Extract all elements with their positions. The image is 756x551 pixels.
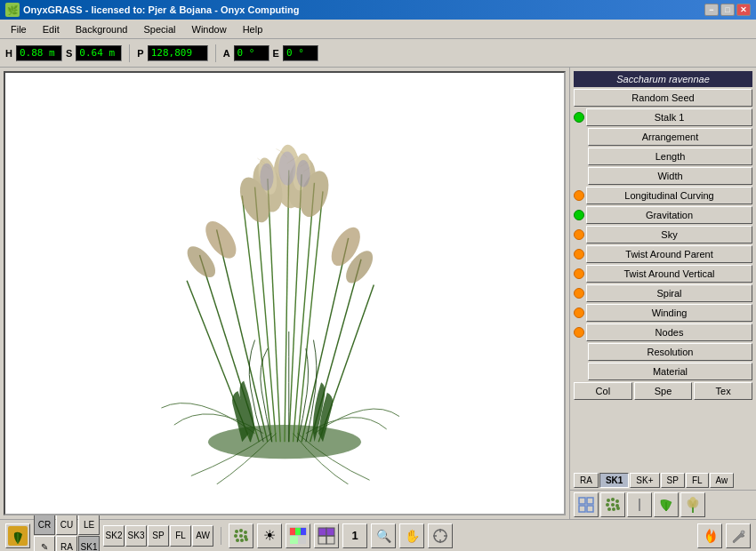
rtab-aw[interactable]: Aw: [710, 473, 735, 488]
fire-tool-button[interactable]: [697, 523, 722, 548]
twist-vertical-button[interactable]: Twist Around Vertical: [586, 265, 752, 283]
menu-help[interactable]: Help: [236, 22, 270, 36]
cr-button[interactable]: CR: [34, 514, 55, 535]
flower-icon-button[interactable]: [680, 492, 705, 517]
tex-button[interactable]: Tex: [694, 382, 752, 400]
spe-button[interactable]: Spe: [634, 382, 693, 400]
species-name: Saccharum ravennae: [574, 71, 752, 87]
s-input[interactable]: [76, 45, 122, 61]
rtab-skplus[interactable]: SK+: [630, 473, 659, 488]
h-input[interactable]: [16, 45, 62, 61]
resolution-button[interactable]: Resolution: [588, 343, 752, 361]
random-seed-button[interactable]: Random Seed: [574, 89, 752, 107]
svg-point-64: [239, 534, 243, 538]
menu-window[interactable]: Window: [185, 22, 234, 36]
longitudinal-curving-button[interactable]: Longitudinal Curving: [586, 187, 752, 204]
svg-point-84: [741, 531, 744, 534]
svg-point-61: [239, 529, 243, 532]
e-label: E: [273, 48, 279, 59]
sp-btn[interactable]: SP: [148, 525, 169, 547]
e-input[interactable]: [283, 45, 318, 61]
svg-point-60: [235, 530, 238, 533]
leaf-icon: [658, 497, 674, 513]
grid-icon-button[interactable]: [574, 492, 599, 517]
spiral-button[interactable]: Spiral: [586, 284, 752, 302]
bottom-toolbar: CR CU LE ✎ RA SK1 SK2 SK3 SP: [0, 519, 756, 551]
col-spe-tex-row: Col Spe Tex: [574, 382, 752, 400]
twist-parent-button[interactable]: Twist Around Parent: [586, 245, 752, 263]
target-button[interactable]: [428, 523, 453, 548]
nodes-button[interactable]: Nodes: [586, 323, 752, 341]
svg-point-50: [616, 507, 620, 510]
a-input[interactable]: [234, 45, 269, 61]
menu-background[interactable]: Background: [68, 22, 135, 36]
window-controls[interactable]: − □ ✕: [704, 4, 751, 16]
nodes-indicator: [574, 327, 584, 338]
close-button[interactable]: ✕: [736, 4, 751, 16]
maximize-button[interactable]: □: [720, 4, 735, 16]
wrench-button[interactable]: [726, 523, 751, 548]
svg-rect-38: [579, 498, 585, 504]
gravitation-indicator: [574, 210, 584, 220]
gravitation-row: Gravitation: [574, 206, 752, 224]
fl-btn[interactable]: FL: [170, 525, 191, 547]
rtab-sp[interactable]: SP: [661, 473, 685, 488]
scatter-tool-button[interactable]: [229, 523, 253, 548]
plant-main-icon-button[interactable]: [5, 523, 30, 548]
svg-rect-73: [290, 536, 298, 544]
sun-tool-button[interactable]: ☀: [257, 523, 282, 548]
longitudinal-curving-row: Longitudinal Curving: [574, 187, 752, 204]
menu-edit[interactable]: Edit: [36, 22, 67, 36]
gravitation-button[interactable]: Gravitation: [586, 206, 752, 224]
zoom-button[interactable]: 🔍: [371, 523, 396, 548]
aw-btn[interactable]: AW: [192, 525, 213, 547]
stalk1-indicator: [574, 112, 584, 123]
svg-point-48: [607, 507, 611, 511]
svg-point-35: [278, 151, 295, 185]
title-text: OnyxGRASS - licensed to: Pjer & Bojana -…: [23, 4, 704, 15]
sk-sk1-btn[interactable]: SK1: [78, 536, 100, 551]
cu-button[interactable]: CU: [56, 514, 77, 535]
svg-rect-78: [326, 536, 334, 544]
count-button[interactable]: 1: [342, 523, 367, 548]
material-button[interactable]: Material: [588, 363, 752, 380]
sky-row: Sky: [574, 226, 752, 244]
menu-bar: File Edit Background Special Window Help: [0, 20, 756, 39]
menu-file[interactable]: File: [4, 22, 34, 36]
col-button[interactable]: Col: [574, 382, 632, 400]
palette-button[interactable]: [286, 523, 310, 548]
wrench-icon: [730, 528, 746, 544]
rtab-fl[interactable]: FL: [686, 473, 709, 488]
right-icons-row: [570, 490, 756, 519]
p-input[interactable]: [148, 45, 208, 61]
sk2-btn[interactable]: SK2: [103, 525, 125, 547]
fire-icon: [702, 527, 718, 545]
menu-special[interactable]: Special: [136, 22, 182, 36]
winding-button[interactable]: Winding: [586, 304, 752, 322]
twist-parent-indicator: [574, 249, 584, 260]
tool-pencil[interactable]: ✎: [34, 536, 55, 551]
colorfill-button[interactable]: [314, 523, 339, 548]
svg-point-45: [606, 503, 609, 507]
viewport[interactable]: [4, 71, 566, 515]
zoom-icon: 🔍: [376, 529, 391, 543]
viewport-inner: [5, 73, 564, 514]
leaf-icon-button[interactable]: [654, 492, 679, 517]
le-button[interactable]: LE: [78, 514, 100, 535]
scatter-icon-button[interactable]: [600, 492, 625, 517]
length-button[interactable]: Length: [588, 148, 752, 165]
minimize-button[interactable]: −: [704, 4, 719, 16]
rtab-sk1[interactable]: SK1: [599, 473, 629, 488]
pan-button[interactable]: ✋: [399, 523, 424, 548]
sky-button[interactable]: Sky: [586, 226, 752, 244]
rtab-ra[interactable]: RA: [574, 473, 599, 488]
sk3-btn[interactable]: SK3: [125, 525, 147, 547]
width-button[interactable]: Width: [588, 167, 752, 185]
vertical-line-icon-button[interactable]: [627, 492, 652, 517]
stalk1-button[interactable]: Stalk 1: [586, 108, 752, 126]
sun-icon: ☀: [263, 527, 276, 544]
arrangement-button[interactable]: Arrangement: [588, 128, 752, 146]
svg-rect-74: [298, 536, 306, 544]
sk-ra-btn[interactable]: RA: [56, 536, 77, 551]
grid-icon: [578, 497, 594, 513]
